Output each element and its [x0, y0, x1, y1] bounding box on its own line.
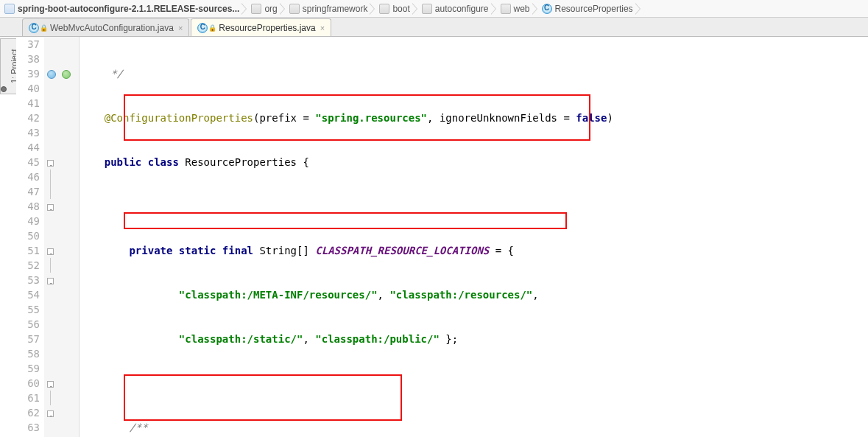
fold-toggle-icon[interactable]: [47, 381, 54, 388]
crumb-autoconfigure[interactable]: autoconfigure: [420, 4, 490, 14]
crumb-label: org: [264, 4, 277, 14]
code-area[interactable]: */ @ConfigurationProperties(prefix = "sp…: [80, 37, 868, 437]
chevron-right-icon: [241, 1, 249, 17]
line-number: 37: [16, 37, 40, 52]
tab-resourceproperties[interactable]: 🔒 ResourceProperties.java ×: [191, 18, 331, 36]
package-icon: [251, 4, 261, 14]
code-text: public class: [80, 156, 185, 168]
line-number: 57: [16, 332, 40, 346]
line-number: 38: [16, 52, 40, 66]
code-text: [80, 333, 179, 345]
line-number: 50: [16, 228, 40, 243]
chevron-right-icon: [635, 1, 643, 17]
chevron-right-icon: [412, 1, 420, 17]
crumb-web[interactable]: web: [499, 4, 532, 14]
line-number: 48: [16, 199, 40, 214]
line-number: 58: [16, 346, 40, 361]
package-icon: [501, 4, 511, 14]
breadcrumb: spring-boot-autoconfigure-2.1.1.RELEASE-…: [0, 0, 868, 18]
line-number: 41: [16, 96, 40, 111]
fold-toggle-icon[interactable]: [47, 278, 54, 284]
line-number: 40: [16, 81, 40, 96]
close-icon[interactable]: ×: [178, 24, 183, 32]
line-number: 46: [16, 169, 40, 184]
line-number: 63: [16, 420, 40, 435]
line-number: 56: [16, 317, 40, 332]
code-text: "spring.resources": [315, 112, 427, 124]
override-icon: [47, 70, 56, 79]
crumb-module[interactable]: spring-boot-autoconfigure-2.1.1.RELEASE-…: [3, 4, 241, 14]
code-text: /**: [80, 422, 148, 433]
line-number: 42: [16, 111, 40, 125]
line-number-gutter: 37 38 39 40 41 42 43 44 45 46 47 48 49 5…: [16, 37, 44, 437]
code-text: (prefix =: [253, 112, 315, 124]
line-number: 44: [16, 140, 40, 155]
fold-toggle-icon[interactable]: [47, 410, 54, 417]
fold-guide: [50, 169, 51, 184]
class-icon: [29, 23, 39, 33]
editor-tabstrip: 🔒 WebMvcAutoConfiguration.java × 🔒 Resou…: [0, 18, 868, 37]
code-text: String[]: [259, 245, 315, 256]
class-icon: [197, 23, 208, 33]
fold-guide: [50, 391, 51, 405]
code-text: , ignoreUnknownFields =: [427, 112, 576, 124]
fold-toggle-icon[interactable]: [47, 248, 54, 255]
code-text: @ConfigurationProperties: [80, 112, 253, 124]
code-text: private static final: [80, 245, 259, 256]
crumb-label: ResourceProperties: [555, 4, 633, 14]
chevron-right-icon: [280, 1, 287, 17]
chevron-right-icon: [370, 1, 377, 17]
crumb-label: autoconfigure: [435, 4, 489, 14]
lock-icon: 🔒: [208, 24, 216, 32]
code-text: ,: [378, 289, 390, 301]
fold-guide: [50, 258, 51, 273]
tab-label: ResourceProperties.java: [219, 23, 315, 33]
package-icon: [422, 4, 432, 14]
class-icon: [542, 4, 552, 14]
line-number: 62: [16, 405, 40, 420]
code-text: "classpath:/static/": [179, 333, 303, 345]
line-number: 52: [16, 258, 40, 273]
fold-guide: [50, 184, 51, 199]
project-icon: [1, 86, 7, 92]
crumb-class[interactable]: ResourceProperties: [540, 4, 635, 14]
line-number: 53: [16, 273, 40, 287]
line-number: 59: [16, 361, 40, 376]
highlight-box: [124, 212, 567, 229]
line-number: 55: [16, 302, 40, 317]
line-number: 43: [16, 125, 40, 140]
crumb-springframework[interactable]: springframework: [288, 4, 370, 14]
fold-toggle-icon[interactable]: [47, 204, 54, 211]
line-number: 49: [16, 214, 40, 228]
line-number: 45: [16, 155, 40, 169]
code-text: "classpath:/META-INF/resources/": [179, 289, 378, 301]
toolwindow-project-tab[interactable]: 1: Project: [0, 38, 16, 94]
code-text: CLASSPATH_RESOURCE_LOCATIONS: [315, 245, 489, 256]
tab-label: WebMvcAutoConfiguration.java: [50, 23, 174, 33]
crumb-org[interactable]: org: [250, 4, 278, 14]
code-text: "classpath:/resources/": [389, 289, 532, 301]
code-text: ): [607, 112, 613, 124]
package-icon: [379, 4, 389, 14]
code-text: [80, 289, 179, 301]
line-number: 47: [16, 184, 40, 199]
lock-icon: 🔒: [40, 24, 48, 32]
marker-gutter: [44, 37, 80, 437]
code-editor[interactable]: 37 38 39 40 41 42 43 44 45 46 47 48 49 5…: [16, 37, 868, 437]
code-text: = {: [489, 245, 514, 256]
close-icon[interactable]: ×: [320, 24, 325, 32]
line-number: 61: [16, 391, 40, 405]
line-number: 60: [16, 376, 40, 391]
crumb-label: web: [514, 4, 530, 14]
chevron-right-icon: [532, 1, 540, 17]
fold-toggle-icon[interactable]: [47, 160, 54, 167]
line-number: 51: [16, 243, 40, 258]
line-number: 39: [16, 66, 40, 81]
code-text: ResourceProperties {: [185, 156, 309, 168]
code-text: "classpath:/public/": [315, 333, 440, 345]
tab-webmvcautoconfiguration[interactable]: 🔒 WebMvcAutoConfiguration.java ×: [22, 18, 189, 36]
code-text: ,: [532, 289, 538, 301]
crumb-module-label: spring-boot-autoconfigure-2.1.1.RELEASE-…: [18, 4, 239, 14]
crumb-boot[interactable]: boot: [378, 4, 411, 14]
gutter-class-markers[interactable]: [44, 66, 79, 81]
